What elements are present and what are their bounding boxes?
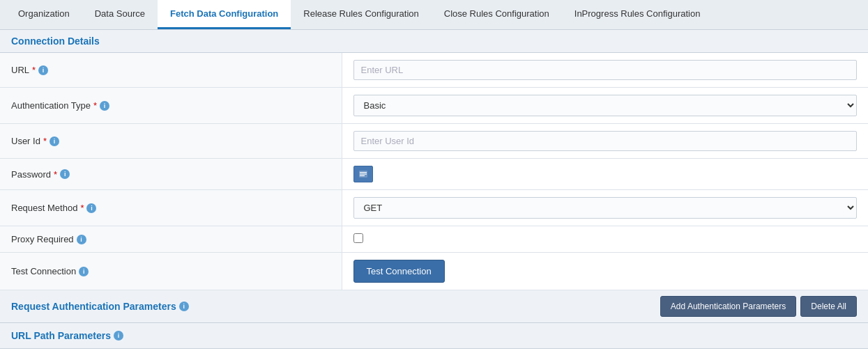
auth-type-required-asterisk: * <box>93 100 97 111</box>
password-input-cell <box>342 159 868 190</box>
auth-type-select[interactable]: Basic OAuth API Key None <box>353 95 858 116</box>
tab-data-source[interactable]: Data Source <box>82 0 158 29</box>
password-label: Password* i <box>11 169 330 180</box>
proxy-required-label-text: Proxy Required <box>11 234 74 244</box>
user-id-input-cell <box>342 124 868 159</box>
url-label-cell: URL* i <box>0 53 342 88</box>
user-id-row: User Id* i <box>0 124 868 159</box>
tab-organization[interactable]: Organization <box>6 0 82 29</box>
user-id-required-asterisk: * <box>43 136 47 146</box>
url-path-params-title: URL Path Parameters i <box>11 330 857 341</box>
test-connection-info-icon[interactable]: i <box>79 267 89 276</box>
request-method-label-cell: Request Method* i <box>0 190 342 226</box>
tab-bar: Organization Data Source Fetch Data Conf… <box>0 0 868 30</box>
request-method-label-text: Request Method <box>11 203 77 213</box>
svg-rect-3 <box>360 175 365 176</box>
url-required-asterisk: * <box>32 65 36 75</box>
url-path-params-title-text: URL Path Parameters <box>11 330 111 341</box>
request-method-label: Request Method* i <box>11 203 330 213</box>
proxy-required-row: Proxy Required i <box>0 226 868 253</box>
proxy-required-label: Proxy Required i <box>11 234 330 244</box>
auth-type-row: Authentication Type* i Basic OAuth API K… <box>0 88 868 124</box>
test-connection-label-text: Test Connection <box>11 266 76 276</box>
delete-all-button[interactable]: Delete All <box>800 296 857 317</box>
user-id-label: User Id* i <box>11 136 330 146</box>
password-row: Password* i <box>0 159 868 190</box>
auth-type-label-text: Authentication Type <box>11 100 91 111</box>
request-method-select[interactable]: GET POST PUT DELETE PATCH <box>353 197 858 219</box>
url-input-cell <box>342 53 868 88</box>
auth-type-info-icon[interactable]: i <box>100 101 109 111</box>
request-method-required-asterisk: * <box>80 203 84 213</box>
request-method-input-cell: GET POST PUT DELETE PATCH <box>342 190 868 226</box>
user-id-input[interactable] <box>353 131 858 151</box>
tab-close-rules-configuration[interactable]: Close Rules Configuration <box>432 0 562 29</box>
tab-fetch-data-configuration[interactable]: Fetch Data Configuration <box>158 0 291 29</box>
svg-rect-2 <box>360 173 367 174</box>
request-auth-params-title: Request Authentication Parameters i <box>11 301 656 312</box>
main-content: Connection Details URL* i Authentication… <box>0 30 868 349</box>
password-mask-icon <box>358 170 368 178</box>
proxy-required-input-cell <box>342 226 868 253</box>
url-path-params-section: URL Path Parameters i <box>0 323 868 349</box>
url-label: URL* i <box>11 65 330 75</box>
auth-type-label-cell: Authentication Type* i <box>0 88 342 124</box>
test-connection-label-cell: Test Connection i <box>0 253 342 290</box>
auth-type-input-cell: Basic OAuth API Key None <box>342 88 868 124</box>
request-method-row: Request Method* i GET POST PUT DELETE PA… <box>0 190 868 226</box>
password-label-cell: Password* i <box>0 159 342 190</box>
proxy-required-label-cell: Proxy Required i <box>0 226 342 253</box>
test-connection-row: Test Connection i Test Connection <box>0 253 868 290</box>
user-id-label-cell: User Id* i <box>0 124 342 159</box>
proxy-required-checkbox[interactable] <box>353 233 363 243</box>
url-label-text: URL <box>11 65 29 75</box>
user-id-info-icon[interactable]: i <box>50 136 59 146</box>
password-info-icon[interactable]: i <box>60 169 70 179</box>
password-mask-button[interactable] <box>353 166 373 182</box>
test-connection-button[interactable]: Test Connection <box>353 260 445 283</box>
svg-rect-1 <box>360 172 367 173</box>
request-auth-params-header: Request Authentication Parameters i Add … <box>0 290 868 323</box>
request-auth-params-info-icon[interactable]: i <box>179 302 189 311</box>
connection-details-header: Connection Details <box>0 30 868 53</box>
url-input[interactable] <box>353 60 858 80</box>
request-method-info-icon[interactable]: i <box>86 203 96 213</box>
auth-type-label: Authentication Type* i <box>11 100 330 111</box>
password-label-text: Password <box>11 169 51 180</box>
url-row: URL* i <box>0 53 868 88</box>
user-id-label-text: User Id <box>11 136 40 146</box>
tab-inprogress-rules-configuration[interactable]: InProgress Rules Configuration <box>562 0 713 29</box>
test-connection-label: Test Connection i <box>11 266 330 276</box>
tab-release-rules-configuration[interactable]: Release Rules Configuration <box>291 0 431 29</box>
connection-details-title: Connection Details <box>11 36 100 47</box>
url-info-icon[interactable]: i <box>38 65 48 75</box>
connection-details-form: URL* i Authentication Type* i Basic OAut… <box>0 53 868 290</box>
add-authentication-parameters-button[interactable]: Add Authentication Parameters <box>660 296 796 317</box>
proxy-required-info-icon[interactable]: i <box>77 235 86 244</box>
url-path-params-info-icon[interactable]: i <box>114 331 123 341</box>
request-auth-params-title-text: Request Authentication Parameters <box>11 301 176 312</box>
password-required-asterisk: * <box>54 169 57 180</box>
test-connection-button-cell: Test Connection <box>342 253 868 290</box>
